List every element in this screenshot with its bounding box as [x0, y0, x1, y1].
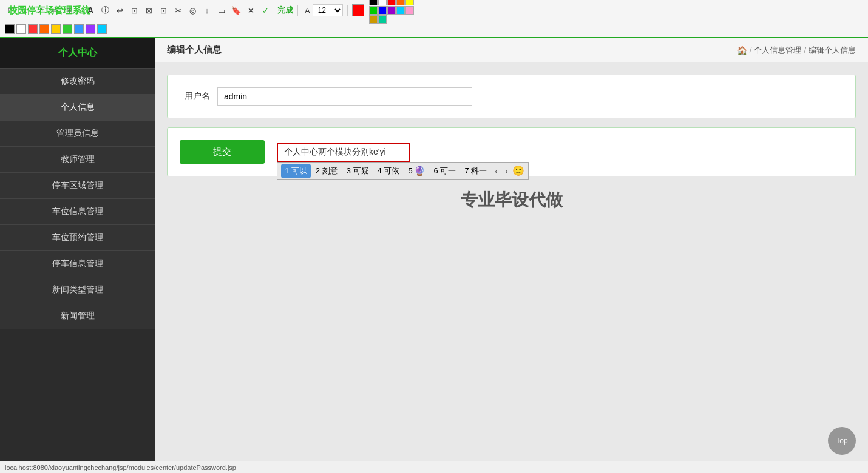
font-size-select[interactable]: 12 14 16 18: [313, 4, 343, 16]
main-layout: 个人中心 修改密码 个人信息 管理员信息 教师管理 停车区域管理 车位信息管理 …: [0, 38, 868, 461]
palette-5[interactable]: [51, 24, 61, 34]
palette-6[interactable]: [63, 24, 72, 34]
watermark: 专业毕设代做: [167, 176, 856, 224]
swatch-teal[interactable]: [378, 15, 387, 24]
sidebar-item-teacher-management[interactable]: 教师管理: [0, 147, 155, 173]
ime-candidate-2[interactable]: 2 刻意: [312, 164, 342, 178]
status-bar: localhost:8080/xiaoyuantingchechang/jsp/…: [0, 461, 868, 473]
breadcrumb-bar: 编辑个人信息 🏠 / 个人信息管理 / 编辑个人信息: [155, 38, 868, 62]
palette-7[interactable]: [74, 24, 84, 34]
toolbar-box3-icon[interactable]: ⊡: [157, 4, 169, 16]
watermark-text: 专业毕设代做: [461, 190, 563, 209]
ime-next-btn[interactable]: ›: [502, 166, 511, 176]
swatch-purple[interactable]: [387, 6, 396, 15]
toolbar-undo-icon[interactable]: ↩: [114, 4, 126, 16]
breadcrumb-home-icon[interactable]: 🏠: [737, 45, 747, 55]
form-area: 用户名 提交 1 可以 2 刻意 3 可疑 4 可依 5 🔮 6 可: [155, 62, 868, 461]
submit-card: 提交 1 可以 2 刻意 3 可疑 4 可依 5 🔮 6 可一 7 科一 ‹ ›: [167, 127, 856, 176]
swatch-white[interactable]: [378, 0, 387, 5]
color-swatches: [369, 0, 418, 24]
toolbar-box2-icon[interactable]: ⊠: [143, 4, 155, 16]
breadcrumb-item-2: 编辑个人信息: [809, 45, 856, 56]
top-button[interactable]: Top: [828, 427, 856, 455]
status-url: localhost:8080/xiaoyuantingchechang/jsp/…: [5, 464, 236, 471]
swatch-orange[interactable]: [396, 0, 405, 5]
breadcrumb-sep-1: /: [750, 45, 752, 55]
breadcrumb-nav: 🏠 / 个人信息管理 / 编辑个人信息: [737, 45, 856, 56]
sidebar-item-personal-info[interactable]: 个人信息: [0, 95, 155, 121]
toolbar-check-icon[interactable]: ✓: [259, 4, 271, 16]
sidebar-title: 个人中心: [0, 38, 155, 69]
sidebar-item-spot-info[interactable]: 车位信息管理: [0, 199, 155, 225]
toolbar-target-icon[interactable]: ◎: [186, 4, 198, 16]
ime-candidate-5[interactable]: 5 🔮: [404, 164, 429, 178]
ime-candidate-7[interactable]: 7 科一: [461, 164, 490, 178]
breadcrumb-sep-2: /: [804, 45, 806, 55]
palette-1[interactable]: [5, 24, 15, 34]
toolbar-sep-2: [297, 5, 298, 16]
main-color-swatch[interactable]: [352, 4, 364, 16]
app-title: 校园停车场管理系统: [0, 0, 99, 21]
page-title: 编辑个人信息: [167, 44, 222, 56]
ime-candidate-6[interactable]: 6 可一: [430, 164, 460, 178]
toolbar-info-icon[interactable]: ⓘ: [99, 4, 111, 16]
ime-wrapper: 1 可以 2 刻意 3 可疑 4 可依 5 🔮 6 可一 7 科一 ‹ › 🙂: [277, 143, 410, 162]
swatch-green[interactable]: [369, 6, 378, 15]
toolbar-rect2-icon[interactable]: ▭: [215, 4, 228, 16]
palette-8[interactable]: [86, 24, 95, 34]
ime-candidate-4[interactable]: 4 可依: [374, 164, 404, 178]
swatch-yellow[interactable]: [405, 0, 414, 5]
username-card: 用户名: [167, 75, 856, 118]
ime-candidate-1[interactable]: 1 可以: [281, 164, 311, 178]
sidebar-item-spot-reservation[interactable]: 车位预约管理: [0, 225, 155, 251]
username-input[interactable]: [217, 87, 472, 106]
font-a-label: A: [305, 6, 310, 15]
sidebar-item-change-password[interactable]: 修改密码: [0, 69, 155, 95]
toolbar-scissors-icon[interactable]: ✂: [172, 4, 184, 16]
toolbar-download-icon[interactable]: ↓: [201, 4, 213, 16]
toolbar-bookmark-icon[interactable]: 🔖: [230, 4, 242, 16]
sidebar-item-admin-info[interactable]: 管理员信息: [0, 121, 155, 147]
content-area: 编辑个人信息 🏠 / 个人信息管理 / 编辑个人信息 用户名 提交: [155, 38, 868, 461]
font-area: A 12 14 16 18: [305, 4, 343, 16]
toolbar-close-icon[interactable]: ✕: [245, 4, 257, 16]
swatch-pink[interactable]: [405, 6, 414, 15]
sidebar-item-parking-zone[interactable]: 停车区域管理: [0, 173, 155, 199]
toolbar-sep-3: [347, 5, 348, 16]
sidebar-item-news[interactable]: 新闻管理: [0, 303, 155, 329]
palette-4[interactable]: [39, 24, 49, 34]
ime-emoji-btn[interactable]: 🙂: [512, 165, 524, 176]
username-row: 用户名: [180, 87, 843, 106]
second-toolbar: [0, 21, 868, 38]
palette-9[interactable]: [97, 24, 107, 34]
swatch-blue[interactable]: [378, 6, 387, 15]
username-label: 用户名: [180, 91, 210, 102]
palette-2[interactable]: [16, 24, 26, 34]
swatch-cyan[interactable]: [396, 6, 405, 15]
sidebar-item-news-type[interactable]: 新闻类型管理: [0, 277, 155, 303]
ime-candidate-3[interactable]: 3 可疑: [343, 164, 373, 178]
complete-label[interactable]: 完成: [277, 5, 293, 16]
palette-3[interactable]: [28, 24, 38, 34]
ime-prev-btn[interactable]: ‹: [492, 166, 501, 176]
breadcrumb-item-1: 个人信息管理: [754, 45, 801, 56]
swatch-red[interactable]: [387, 0, 396, 5]
swatch-gold[interactable]: [369, 15, 378, 24]
swatch-black[interactable]: [369, 0, 378, 5]
sidebar: 个人中心 修改密码 个人信息 管理员信息 教师管理 停车区域管理 车位信息管理 …: [0, 38, 155, 461]
ime-input[interactable]: [277, 143, 410, 162]
ime-dropdown: 1 可以 2 刻意 3 可疑 4 可依 5 🔮 6 可一 7 科一 ‹ › 🙂: [277, 162, 529, 180]
toolbar-box1-icon[interactable]: ⊡: [128, 4, 140, 16]
submit-button[interactable]: 提交: [180, 140, 265, 164]
sidebar-item-parking-info[interactable]: 停车信息管理: [0, 251, 155, 277]
top-toolbar: □ ○ ↗ ✏ ⊞ A ⓘ ↩ ⊡ ⊠ ⊡ ✂ ◎ ↓ ▭ 🔖 ✕ ✓ 完成 A…: [0, 0, 868, 21]
